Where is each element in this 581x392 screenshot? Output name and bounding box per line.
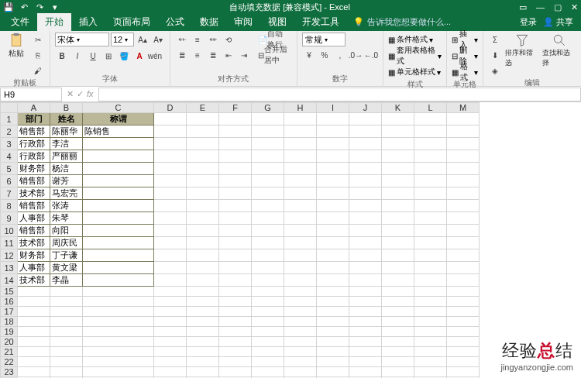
cell-A23[interactable] [18, 367, 50, 377]
cell-H16[interactable] [284, 297, 317, 307]
cell-A7[interactable]: 技术部 [18, 187, 50, 200]
cell-A13[interactable]: 人事部 [18, 262, 50, 274]
cell-G7[interactable] [252, 187, 284, 200]
cell-H3[interactable] [284, 138, 317, 150]
cell-D8[interactable] [154, 200, 187, 212]
cell-D11[interactable] [154, 237, 187, 249]
autosum-icon[interactable]: Σ [488, 33, 502, 46]
cell-M19[interactable] [447, 327, 480, 337]
align-middle-icon[interactable]: ≡ [191, 33, 205, 46]
cell-A16[interactable] [18, 297, 50, 307]
cell-J1[interactable] [349, 113, 382, 126]
col-header-H[interactable]: H [284, 103, 317, 113]
cell-K11[interactable] [382, 237, 414, 249]
cell-J4[interactable] [349, 150, 382, 163]
col-header-D[interactable]: D [154, 103, 187, 113]
cell-F13[interactable] [219, 262, 252, 274]
cell-B21[interactable] [50, 347, 83, 357]
increase-font-icon[interactable]: A▴ [136, 33, 150, 46]
cell-A4[interactable]: 行政部 [18, 150, 50, 163]
cell-L20[interactable] [414, 337, 447, 347]
cell-G15[interactable] [252, 287, 284, 297]
row-header-10[interactable]: 10 [1, 225, 18, 237]
cell-J2[interactable] [349, 126, 382, 138]
cell-G17[interactable] [252, 307, 284, 317]
cell-B5[interactable]: 杨洁 [50, 163, 83, 175]
cell-H8[interactable] [284, 200, 317, 212]
cell-A20[interactable] [18, 337, 50, 347]
cell-C11[interactable] [83, 237, 154, 249]
tab-insert[interactable]: 插入 [71, 13, 105, 31]
cell-F2[interactable] [219, 126, 252, 138]
cell-D18[interactable] [154, 317, 187, 327]
phonetic-button[interactable]: wén [148, 49, 162, 63]
cell-F11[interactable] [219, 237, 252, 249]
cell-J20[interactable] [349, 337, 382, 347]
cell-J16[interactable] [349, 297, 382, 307]
cell-F14[interactable] [219, 274, 252, 287]
worksheet-area[interactable]: ABCDEFGHIJKLM1部门姓名称谓2销售部陈丽华陈销售3行政部李洁4行政部… [0, 102, 581, 378]
col-header-F[interactable]: F [219, 103, 252, 113]
row-header-19[interactable]: 19 [1, 327, 18, 337]
cell-A18[interactable] [18, 317, 50, 327]
cell-I17[interactable] [317, 307, 349, 317]
cell-L11[interactable] [414, 237, 447, 249]
tab-review[interactable]: 审阅 [226, 13, 260, 31]
cell-J18[interactable] [349, 317, 382, 327]
cell-K17[interactable] [382, 307, 414, 317]
cell-I11[interactable] [317, 237, 349, 249]
cell-E24[interactable] [187, 377, 219, 379]
cell-L1[interactable] [414, 113, 447, 126]
cell-C2[interactable]: 陈销售 [83, 126, 154, 138]
cell-K7[interactable] [382, 187, 414, 200]
cell-K23[interactable] [382, 367, 414, 377]
fill-color-button[interactable]: 🪣 [117, 49, 131, 63]
cell-B22[interactable] [50, 357, 83, 367]
cell-H6[interactable] [284, 175, 317, 187]
cell-C9[interactable] [83, 212, 154, 225]
cell-A11[interactable]: 技术部 [18, 237, 50, 249]
row-header-20[interactable]: 20 [1, 337, 18, 347]
cell-G11[interactable] [252, 237, 284, 249]
format-painter-icon[interactable]: 🖌 [31, 64, 45, 77]
cell-K4[interactable] [382, 150, 414, 163]
cell-J10[interactable] [349, 225, 382, 237]
cell-K19[interactable] [382, 327, 414, 337]
cell-J21[interactable] [349, 347, 382, 357]
cell-E1[interactable] [187, 113, 219, 126]
cell-M22[interactable] [447, 357, 480, 367]
cell-L9[interactable] [414, 212, 447, 225]
cell-K8[interactable] [382, 200, 414, 212]
cell-E19[interactable] [187, 327, 219, 337]
cell-G13[interactable] [252, 262, 284, 274]
cell-J17[interactable] [349, 307, 382, 317]
cell-B16[interactable] [50, 297, 83, 307]
cell-G21[interactable] [252, 347, 284, 357]
cell-D21[interactable] [154, 347, 187, 357]
cell-H23[interactable] [284, 367, 317, 377]
font-name-select[interactable]: 宋体 [55, 33, 109, 46]
cell-A12[interactable]: 财务部 [18, 249, 50, 262]
row-header-11[interactable]: 11 [1, 237, 18, 249]
cell-C5[interactable] [83, 163, 154, 175]
row-header-8[interactable]: 8 [1, 200, 18, 212]
cell-A15[interactable] [18, 287, 50, 297]
dec-decimal-icon[interactable]: ←.0 [364, 48, 378, 62]
cell-L17[interactable] [414, 307, 447, 317]
row-header-23[interactable]: 23 [1, 367, 18, 377]
login-link[interactable]: 登录 [520, 16, 537, 28]
cell-M24[interactable] [447, 377, 480, 379]
row-header-7[interactable]: 7 [1, 187, 18, 200]
cell-J7[interactable] [349, 187, 382, 200]
cell-F4[interactable] [219, 150, 252, 163]
cell-J13[interactable] [349, 262, 382, 274]
cell-M2[interactable] [447, 126, 480, 138]
cell-K16[interactable] [382, 297, 414, 307]
cell-C6[interactable] [83, 175, 154, 187]
cell-K24[interactable] [382, 377, 414, 379]
row-header-4[interactable]: 4 [1, 150, 18, 163]
cell-M1[interactable] [447, 113, 480, 126]
cell-I12[interactable] [317, 249, 349, 262]
cell-C23[interactable] [83, 367, 154, 377]
cell-B18[interactable] [50, 317, 83, 327]
